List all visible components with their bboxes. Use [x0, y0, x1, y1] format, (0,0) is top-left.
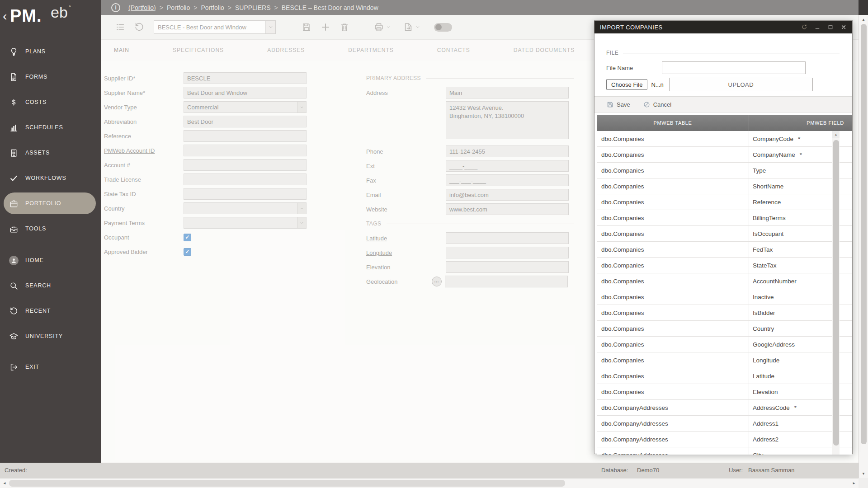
- breadcrumb-item[interactable]: Portfolio: [167, 4, 190, 11]
- latitude-input[interactable]: [446, 232, 569, 244]
- table-row[interactable]: dbo.CompanyAddressesAddress1: [597, 416, 852, 432]
- table-row[interactable]: dbo.CompaniesBillingTerms: [597, 210, 852, 226]
- info-icon[interactable]: i: [111, 3, 120, 12]
- tab-dated-documents[interactable]: DATED DOCUMENTS: [514, 47, 575, 53]
- supplier-name-input[interactable]: Best Door and Window: [184, 87, 307, 99]
- refresh-icon[interactable]: [801, 24, 807, 30]
- pmweb-account-id-label[interactable]: PMWeb Account ID: [104, 147, 184, 154]
- pmweb-logo[interactable]: ‹ PM. eb °: [0, 0, 101, 39]
- vendor-type-select[interactable]: Commercial: [184, 101, 307, 113]
- payment-terms-select[interactable]: [184, 217, 307, 229]
- scroll-up-arrow-icon[interactable]: ▲: [859, 16, 868, 23]
- scroll-up-arrow-icon[interactable]: ▲: [832, 131, 840, 138]
- sidebar-item-search[interactable]: SEARCH: [0, 273, 101, 298]
- scroll-down-arrow-icon[interactable]: ▼: [859, 470, 868, 477]
- caret-down-icon[interactable]: [386, 24, 391, 30]
- file-name-input[interactable]: [662, 61, 806, 74]
- table-row[interactable]: dbo.CompanyAddressesCity: [597, 447, 852, 455]
- geolocation-picker-button[interactable]: •••: [432, 277, 442, 286]
- table-row[interactable]: dbo.CompaniesCompanyCode*: [597, 131, 852, 147]
- ext-input[interactable]: ____-____: [446, 160, 569, 172]
- minimize-icon[interactable]: [814, 24, 821, 30]
- add-icon[interactable]: [320, 22, 331, 33]
- pmweb-account-id-input[interactable]: [184, 145, 307, 156]
- table-row[interactable]: dbo.CompaniesElevation: [597, 384, 852, 400]
- address-input[interactable]: Main: [446, 87, 569, 99]
- cancel-button[interactable]: Cancel: [643, 101, 671, 108]
- table-scrollbar-thumb[interactable]: [833, 140, 839, 446]
- elevation-label[interactable]: Elevation: [366, 264, 446, 271]
- table-row[interactable]: dbo.CompaniesGoogleAddress: [597, 337, 852, 352]
- sidebar-item-plans[interactable]: PLANS: [0, 39, 101, 64]
- sidebar-item-forms[interactable]: FORMS: [0, 64, 101, 89]
- sidebar-item-exit[interactable]: EXIT: [0, 354, 101, 380]
- elevation-input[interactable]: [446, 261, 569, 273]
- account-number-input[interactable]: [184, 159, 307, 171]
- scroll-right-arrow-icon[interactable]: ►: [849, 479, 859, 488]
- toggle-switch[interactable]: [434, 23, 452, 32]
- tab-departments[interactable]: DEPARTMENTS: [348, 47, 394, 53]
- address-details-textarea[interactable]: 12432 West Avenue. Binghamton, NY, 13810…: [446, 101, 569, 139]
- pmweb-table-column-header[interactable]: PMWEB TABLE: [597, 115, 749, 131]
- save-icon[interactable]: [301, 22, 312, 33]
- sidebar-item-home[interactable]: HOME: [0, 248, 101, 273]
- sidebar-item-university[interactable]: UNIVERSITY: [0, 324, 101, 349]
- page-vertical-scrollbar[interactable]: ▲ ▼: [859, 15, 868, 478]
- sidebar-item-workflows[interactable]: WORKFLOWS: [0, 165, 101, 191]
- maximize-icon[interactable]: [827, 24, 834, 30]
- trade-license-input[interactable]: [184, 174, 307, 185]
- table-row[interactable]: dbo.CompaniesLongitude: [597, 352, 852, 368]
- breadcrumb-item[interactable]: BESCLE – Best Door and Window: [282, 4, 378, 11]
- table-row[interactable]: dbo.CompaniesStateTax: [597, 258, 852, 273]
- breadcrumb-item[interactable]: SUPPLIERS: [235, 4, 271, 11]
- sidebar-item-schedules[interactable]: SCHEDULES: [0, 115, 101, 140]
- occupant-checkbox[interactable]: [184, 234, 191, 241]
- tab-contacts[interactable]: CONTACTS: [437, 47, 470, 53]
- reference-input[interactable]: [184, 130, 307, 142]
- table-row[interactable]: dbo.CompaniesShortName: [597, 178, 852, 194]
- tab-main[interactable]: MAIN: [114, 47, 129, 53]
- abbreviation-input[interactable]: Best Door: [184, 116, 307, 127]
- table-row[interactable]: dbo.CompaniesInactive: [597, 289, 852, 305]
- breadcrumb-root-link[interactable]: (Portfolio): [128, 4, 156, 11]
- delete-icon[interactable]: [339, 22, 350, 33]
- table-row[interactable]: dbo.CompanyAddressesAddress2: [597, 432, 852, 447]
- sidebar-item-costs[interactable]: COSTS: [0, 89, 101, 115]
- tab-addresses[interactable]: ADDRESSES: [267, 47, 305, 53]
- history-icon[interactable]: [134, 22, 145, 33]
- scroll-left-arrow-icon[interactable]: ◄: [0, 479, 9, 488]
- sidebar-item-portfolio[interactable]: PORTFOLIO: [4, 192, 96, 214]
- state-tax-id-input[interactable]: [184, 188, 307, 200]
- vertical-scrollbar-thumb[interactable]: [861, 24, 867, 444]
- hierarchy-list-icon[interactable]: [115, 22, 126, 33]
- table-row[interactable]: dbo.CompaniesIsOccupant: [597, 226, 852, 242]
- save-button[interactable]: Save: [606, 101, 630, 108]
- sidebar-item-recent[interactable]: RECENT: [0, 298, 101, 324]
- table-scrollbar[interactable]: ▲: [832, 131, 840, 455]
- choose-file-button[interactable]: Choose File: [606, 79, 647, 90]
- fax-input[interactable]: ___-___-____: [446, 174, 569, 186]
- table-row[interactable]: dbo.CompaniesLatitude: [597, 368, 852, 384]
- table-row[interactable]: dbo.CompaniesFedTax: [597, 242, 852, 258]
- pmweb-field-column-header[interactable]: PMWEB FIELD: [749, 115, 852, 131]
- sidebar-item-tools[interactable]: TOOLS: [0, 216, 101, 241]
- table-row[interactable]: dbo.CompaniesCountry: [597, 321, 852, 337]
- close-icon[interactable]: [840, 24, 847, 30]
- table-row[interactable]: dbo.CompaniesReference: [597, 194, 852, 210]
- website-input[interactable]: www.best.com: [446, 203, 569, 215]
- table-row[interactable]: dbo.CompaniesType: [597, 163, 852, 178]
- record-selector[interactable]: BESCLE - Best Door and Window: [154, 20, 276, 34]
- email-input[interactable]: info@best.com: [446, 189, 569, 201]
- phone-input[interactable]: 111-124-2455: [446, 145, 569, 157]
- latitude-label[interactable]: Latitude: [366, 235, 446, 242]
- upload-button[interactable]: UPLOAD: [669, 78, 813, 91]
- supplier-id-input[interactable]: BESCLE: [184, 72, 307, 84]
- table-row[interactable]: dbo.CompaniesAccountNumber: [597, 273, 852, 289]
- horizontal-scrollbar-thumb[interactable]: [9, 480, 565, 487]
- dialog-titlebar[interactable]: IMPORT COMPANIES: [594, 21, 852, 33]
- tab-specifications[interactable]: SPECIFICATIONS: [173, 47, 224, 53]
- geolocation-input[interactable]: [445, 276, 568, 287]
- table-row[interactable]: dbo.CompanyAddressesAddressCode*: [597, 400, 852, 416]
- country-select[interactable]: [184, 202, 307, 214]
- longitude-input[interactable]: [446, 247, 569, 258]
